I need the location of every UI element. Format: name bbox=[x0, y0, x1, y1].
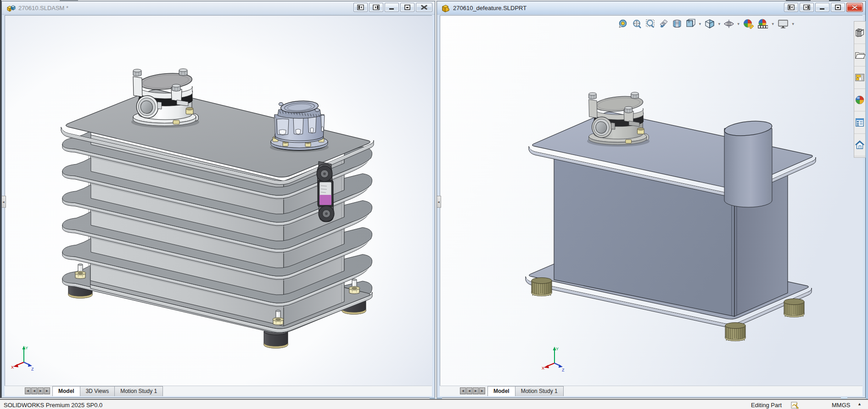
svg-text:Y: Y bbox=[556, 347, 559, 351]
svg-text:X: X bbox=[542, 366, 544, 370]
svg-text:Z: Z bbox=[31, 367, 34, 371]
svg-text:X: X bbox=[11, 365, 14, 370]
svg-text:Z: Z bbox=[562, 368, 565, 372]
svg-text:Y: Y bbox=[25, 346, 28, 350]
